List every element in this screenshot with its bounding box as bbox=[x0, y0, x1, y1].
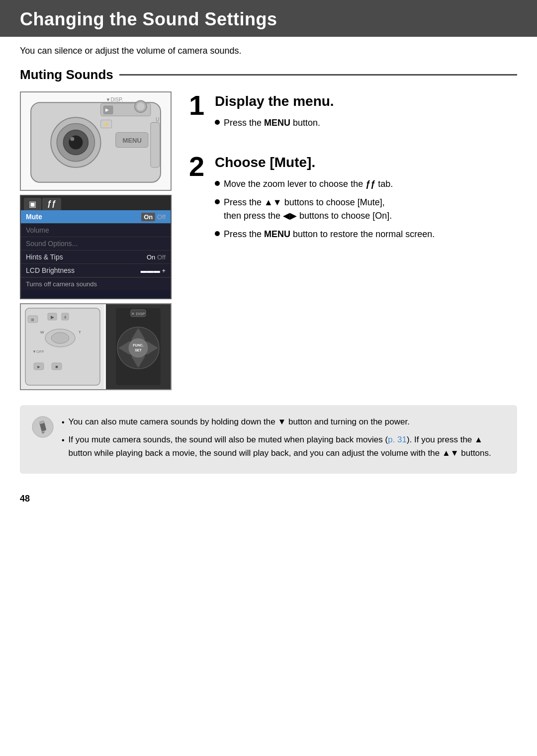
menu-tab-camera: ▣ bbox=[24, 198, 41, 210]
bullet-dot-2c bbox=[215, 231, 220, 236]
step-1-content: Display the menu. Press the MENU button. bbox=[215, 91, 517, 135]
menu-row-volume: Volume bbox=[21, 224, 171, 237]
svg-text:⊞: ⊞ bbox=[30, 318, 34, 322]
bullet-dot-2a bbox=[215, 181, 220, 186]
svg-text:►: ► bbox=[36, 364, 41, 369]
svg-text:▶: ▶ bbox=[50, 315, 54, 320]
svg-point-26 bbox=[51, 333, 69, 343]
note-list: • You can also mute camera sounds by hol… bbox=[62, 415, 505, 460]
camera-illustration: ▶ MENU ▼DISP. U ⚡ bbox=[21, 92, 171, 190]
svg-text:SET: SET bbox=[135, 348, 142, 352]
note-bullet-2: • bbox=[62, 434, 65, 447]
right-column: 1 Display the menu. Press the MENU butto… bbox=[189, 91, 517, 390]
page-number: 48 bbox=[0, 489, 537, 509]
svg-point-5 bbox=[70, 137, 74, 141]
step-2-bullet-1: Move the zoom lever to choose the ƒƒ tab… bbox=[215, 177, 517, 191]
step-1-title: Display the menu. bbox=[215, 93, 517, 109]
svg-text:✕ DISP: ✕ DISP bbox=[131, 312, 145, 316]
step-1-number: 1 bbox=[189, 91, 207, 119]
step-1-bullets: Press the MENU button. bbox=[215, 116, 517, 130]
note-bullet-1: • bbox=[62, 416, 65, 429]
main-content: ▶ MENU ▼DISP. U ⚡ bbox=[20, 91, 517, 390]
section-heading: Muting Sounds bbox=[20, 67, 517, 83]
note-content: • You can also mute camera sounds by hol… bbox=[62, 415, 505, 464]
menu-footer: Turns off camera sounds bbox=[21, 277, 171, 290]
camera-image-top: ▶ MENU ▼DISP. U ⚡ bbox=[20, 91, 172, 191]
menu-row-mute: Mute On Off bbox=[21, 210, 171, 224]
pencil-icon-svg bbox=[32, 416, 54, 438]
step-2: 2 Choose [Mute]. Move the zoom lever to … bbox=[189, 153, 517, 246]
note-icon bbox=[32, 416, 54, 438]
title-bar: Changing the Sound Settings bbox=[0, 0, 537, 37]
camera-controls-image: ⊞ ▶ 4 W T ► bbox=[20, 303, 172, 390]
heading-divider bbox=[119, 74, 517, 76]
menu-body: Mute On Off Volume Sound Options... bbox=[21, 210, 171, 277]
step-2-bullet-1-text: Move the zoom lever to choose the ƒƒ tab… bbox=[224, 177, 393, 191]
menu-row-lcd: LCD Brightness ▬▬▬ + bbox=[21, 264, 171, 277]
svg-text:W: W bbox=[40, 330, 44, 335]
step-2-title: Choose [Mute]. bbox=[215, 155, 517, 170]
svg-text:▼DISP.: ▼DISP. bbox=[106, 97, 123, 102]
svg-rect-13 bbox=[151, 122, 160, 167]
step-2-content: Choose [Mute]. Move the zoom lever to ch… bbox=[215, 153, 517, 246]
note-item-2: • If you mute camera sounds, the sound w… bbox=[62, 433, 505, 460]
section-title: Muting Sounds bbox=[20, 67, 113, 83]
menu-screenshot: ▣ ƒƒ Mute On Off bbox=[20, 195, 172, 299]
note-box: • You can also mute camera sounds by hol… bbox=[20, 405, 517, 474]
camera-controls-left: ⊞ ▶ 4 W T ► bbox=[21, 304, 104, 389]
step-2-bullets: Move the zoom lever to choose the ƒƒ tab… bbox=[215, 177, 517, 241]
svg-point-8 bbox=[137, 102, 145, 110]
dpad-svg: FUNC. SET ✕ DISP bbox=[108, 306, 168, 388]
camera-back-svg: ⊞ ▶ 4 W T ► bbox=[23, 306, 102, 388]
note-item-1: • You can also mute camera sounds by hol… bbox=[62, 415, 505, 429]
svg-text:FUNC.: FUNC. bbox=[133, 343, 143, 347]
step-2-bullet-2-text: Press the ▲▼ buttons to choose [Mute],th… bbox=[224, 196, 392, 223]
svg-text:⚡: ⚡ bbox=[103, 121, 109, 127]
note-text-1: You can also mute camera sounds by holdi… bbox=[69, 415, 410, 428]
note-text-2: If you mute camera sounds, the sound wil… bbox=[69, 433, 505, 460]
svg-text:T: T bbox=[79, 330, 81, 335]
menu-tabs: ▣ ƒƒ bbox=[21, 196, 171, 210]
step-1-bullet-text: Press the MENU button. bbox=[224, 116, 320, 130]
step-1: 1 Display the menu. Press the MENU butto… bbox=[189, 91, 517, 135]
svg-text:4: 4 bbox=[64, 315, 66, 320]
step-1-bullet-1: Press the MENU button. bbox=[215, 116, 517, 130]
bullet-dot-2b bbox=[215, 199, 220, 204]
menu-tab-settings: ƒƒ bbox=[42, 198, 61, 210]
svg-point-40 bbox=[128, 338, 148, 358]
camera-controls-right: FUNC. SET ✕ DISP bbox=[106, 304, 171, 389]
step-2-number: 2 bbox=[189, 153, 207, 180]
svg-text:▶: ▶ bbox=[105, 107, 109, 112]
menu-row-hints: Hints & Tips On Off bbox=[21, 251, 171, 264]
menu-row-sound-options: Sound Options... bbox=[21, 237, 171, 251]
page-title: Changing the Sound Settings bbox=[20, 9, 517, 30]
bullet-dot bbox=[215, 120, 220, 125]
page-subtitle: You can silence or adjust the volume of … bbox=[20, 46, 517, 56]
svg-text:U: U bbox=[156, 117, 159, 122]
step-2-bullet-2: Press the ▲▼ buttons to choose [Mute],th… bbox=[215, 196, 517, 223]
svg-text:■: ■ bbox=[55, 364, 58, 369]
step-2-bullet-3: Press the MENU button to restore the nor… bbox=[215, 228, 517, 241]
svg-text:MENU: MENU bbox=[123, 137, 142, 144]
step-2-bullet-3-text: Press the MENU button to restore the nor… bbox=[224, 228, 435, 241]
left-column: ▶ MENU ▼DISP. U ⚡ bbox=[20, 91, 174, 390]
svg-text:▼OFF: ▼OFF bbox=[32, 349, 44, 354]
